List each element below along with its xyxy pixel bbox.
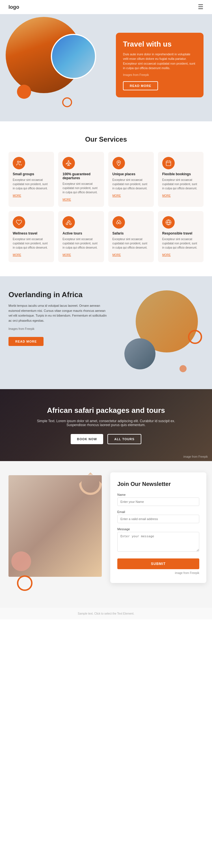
hero-read-more-button[interactable]: READ MORE (123, 81, 158, 90)
hero-ring-small (62, 97, 72, 107)
services-heading: Our Services (8, 135, 204, 143)
service-card-responsible: Responsible travel Excepteur sint occaec… (158, 211, 204, 262)
service-card-bookings: Flexible bookings Excepteur sint occaeca… (158, 152, 204, 207)
service-icon-people (13, 157, 25, 169)
service-title-7: Responsible travel (162, 231, 199, 235)
safari-section: African safari packages and tours Simple… (0, 389, 212, 461)
email-label: Email (117, 510, 199, 514)
name-form-group: Name (117, 493, 199, 506)
hero-description: Duis aute irure dolor in reprehenderit i… (123, 52, 196, 70)
hero-title: Travel with us (123, 40, 196, 49)
newsletter-ring-orange (17, 576, 32, 591)
name-input[interactable] (117, 497, 199, 506)
overlanding-read-more-button[interactable]: READ MORE (8, 337, 44, 346)
overlanding-title: Overlanding in Africa (8, 290, 110, 299)
hero-image-credit: Images from Freepik (123, 73, 196, 77)
service-icon-plane (62, 157, 75, 169)
navbar: logo ☰ (0, 0, 212, 14)
svg-point-0 (18, 161, 19, 163)
service-more-0[interactable]: MORE (13, 194, 21, 197)
overlanding-dot (180, 365, 187, 372)
svg-rect-3 (166, 161, 171, 166)
service-title-3: Flexible bookings (162, 172, 199, 176)
email-input[interactable] (117, 515, 199, 523)
service-card-wellness: Wellness travel Excepteur sint occaecat … (8, 211, 54, 262)
safari-title: African safari packages and tours (47, 406, 165, 415)
hamburger-icon[interactable]: ☰ (198, 3, 204, 11)
service-icon-globe (162, 216, 175, 228)
overlanding-text: Overlanding in Africa Morbi tempus iacul… (8, 290, 110, 346)
service-desc-3: Excepteur sint occaecat cupidatat non pr… (162, 178, 199, 190)
hero-section: Travel with us Duis aute irure dolor in … (0, 14, 212, 121)
svg-point-7 (119, 222, 121, 224)
service-icon-location (112, 157, 125, 169)
service-card-departures: 100% guaranteed departures Excepteur sin… (58, 152, 104, 207)
service-desc-5: Excepteur sint occaecat cupidatat non pr… (62, 237, 100, 250)
service-desc-4: Excepteur sint occaecat cupidatat non pr… (13, 237, 50, 250)
service-title-4: Wellness travel (13, 231, 50, 235)
service-title-5: Active tours (62, 231, 100, 235)
service-more-1[interactable]: MORE (62, 198, 71, 201)
overlanding-image-credit: Images from Freepik (8, 327, 110, 331)
service-more-6[interactable]: MORE (112, 253, 121, 256)
hero-circle-medium (51, 34, 96, 79)
service-title-6: Safaris (112, 231, 150, 235)
service-title-0: Small groups (13, 172, 50, 176)
overlanding-images (119, 290, 204, 375)
message-form-group: Message (117, 527, 199, 553)
submit-button[interactable]: SUBMIT (117, 558, 199, 569)
service-more-7[interactable]: MORE (162, 253, 171, 256)
svg-point-4 (66, 223, 68, 225)
service-card-unique: Unique places Excepteur sint occaecat cu… (108, 152, 154, 207)
service-more-4[interactable]: MORE (13, 253, 21, 256)
name-label: Name (117, 493, 199, 496)
logo[interactable]: logo (8, 4, 19, 10)
service-card-active: Active tours Excepteur sint occaecat cup… (58, 211, 104, 262)
safari-description: Simple Text. Lorem ipsum dolor sit amet,… (35, 419, 177, 427)
svg-point-5 (70, 223, 71, 225)
newsletter-image-area (8, 475, 116, 594)
book-now-button[interactable]: BOOK NOW (71, 434, 103, 444)
svg-point-2 (118, 162, 119, 163)
footer-sample-text: Sample text. Click to select the Text El… (0, 608, 212, 619)
email-form-group: Email (117, 510, 199, 523)
newsletter-image-credit: image from Freepik (117, 571, 199, 575)
service-desc-0: Excepteur sint occaecat cupidatat non pr… (13, 178, 50, 190)
services-grid: Small groups Excepteur sint occaecat cup… (8, 152, 204, 262)
services-section: Our Services Small groups Excepteur sint… (0, 121, 212, 276)
service-more-3[interactable]: MORE (162, 194, 171, 197)
newsletter-title: Join Our Newsletter (117, 481, 199, 487)
service-title-1: 100% guaranteed departures (62, 172, 100, 180)
message-label: Message (117, 527, 199, 531)
service-card-safaris: Safaris Excepteur sint occaecat cupidata… (108, 211, 154, 262)
svg-point-1 (20, 161, 21, 162)
svg-point-6 (116, 222, 118, 224)
newsletter-section: Join Our Newsletter Name Email Message S… (0, 461, 212, 608)
hero-content-box: Travel with us Duis aute irure dolor in … (116, 33, 204, 97)
service-icon-binoculars (112, 216, 125, 228)
service-more-2[interactable]: MORE (112, 194, 121, 197)
service-more-5[interactable]: MORE (62, 253, 71, 256)
newsletter-circle-salmon (11, 551, 31, 571)
message-textarea[interactable] (117, 532, 199, 552)
service-desc-2: Excepteur sint occaecat cupidatat non pr… (112, 178, 150, 190)
service-icon-heart (13, 216, 25, 228)
newsletter-form-box: Join Our Newsletter Name Email Message S… (110, 472, 206, 583)
safari-buttons: BOOK NOW ALL TOURS (71, 434, 141, 444)
service-card-small-groups: Small groups Excepteur sint occaecat cup… (8, 152, 54, 207)
all-tours-button[interactable]: ALL TOURS (107, 434, 141, 444)
hero-circles (6, 17, 96, 110)
service-desc-1: Excepteur sint occaecat cupidatat non pr… (62, 182, 100, 194)
overlanding-section: Overlanding in Africa Morbi tempus iacul… (0, 276, 212, 389)
hero-circle-small (17, 85, 31, 99)
overlanding-description: Morbi tempus iaculis urna id volutpat la… (8, 303, 110, 323)
overlanding-circle-small (124, 338, 156, 369)
service-icon-bike (62, 216, 75, 228)
service-title-2: Unique places (112, 172, 150, 176)
service-desc-7: Excepteur sint occaecat cupidatat non pr… (162, 237, 199, 250)
service-icon-calendar (162, 157, 175, 169)
service-desc-6: Excepteur sint occaecat cupidatat non pr… (112, 237, 150, 250)
safari-image-credit: image from Freepik (183, 455, 208, 458)
overlanding-ring (188, 330, 202, 344)
